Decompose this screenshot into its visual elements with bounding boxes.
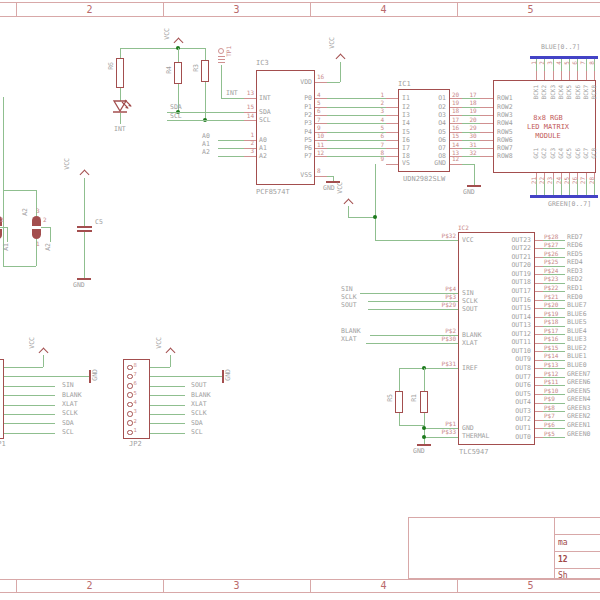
pin-name-row: I7 xyxy=(402,144,422,152)
pin-name: P0 xyxy=(304,95,312,102)
wire xyxy=(366,343,458,344)
pin-stub xyxy=(315,176,327,177)
pin-number: P$15 xyxy=(544,345,558,351)
frame-bottom-outer xyxy=(0,592,600,593)
pin-name-row: OUT19 xyxy=(495,270,531,279)
junction xyxy=(373,215,377,219)
wire xyxy=(4,405,55,406)
pin-number: 17 xyxy=(452,117,459,123)
pin-number: 2 xyxy=(43,217,47,223)
r3-label: R3 xyxy=(193,64,200,72)
testpoint-hatch xyxy=(218,62,225,63)
wire xyxy=(221,65,222,98)
pin-stub xyxy=(315,82,327,83)
pin-column: 2 xyxy=(541,56,549,80)
pin-name-row: O2 xyxy=(424,103,446,111)
pin-name: P4 xyxy=(304,129,312,136)
pad-row: 4 xyxy=(127,401,147,410)
wire xyxy=(4,433,55,434)
pin-name-row: OUT17 xyxy=(495,287,531,296)
pin-number: 25 xyxy=(564,177,570,184)
pin-column: 6 xyxy=(574,56,582,80)
vcc-label: VCC xyxy=(329,37,336,49)
net-label: GREEN3 xyxy=(567,405,590,412)
jumper-a2-ref: A2 xyxy=(22,208,29,216)
wire xyxy=(360,293,458,294)
pin-number: P$14 xyxy=(544,353,558,359)
pin-name: BCK6 xyxy=(575,85,581,99)
junction xyxy=(422,426,426,430)
pin-name-vs: VS xyxy=(402,160,410,167)
gnd-symbol xyxy=(467,185,481,187)
ic2-out-wires: P$28 RED7 P$27 RED6 P$26 RED5 P$25 RED4 … xyxy=(535,236,600,442)
ic3-ic1-wires: 4 1 5 2 6 3 7 4 9 5 10 6 11 7 xyxy=(315,94,398,161)
pin-name: OUT0 xyxy=(515,434,531,441)
pin-number: 28 xyxy=(589,177,595,184)
pin-stub xyxy=(535,300,543,301)
pin-stub xyxy=(480,156,493,157)
pin-number: 14 xyxy=(452,142,459,148)
frame-column-number: 3 xyxy=(163,581,310,591)
wire xyxy=(424,428,459,429)
ic1-ref: IC1 xyxy=(398,81,411,88)
title-block-name: ma xyxy=(558,539,568,547)
pin-name: SIN xyxy=(462,290,474,297)
pin-name-row: P6 xyxy=(294,144,312,152)
wire xyxy=(41,227,50,228)
pin-name-row: O4 xyxy=(424,119,446,127)
wire-row: 5 2 xyxy=(315,103,398,111)
net-label: RED1 xyxy=(567,285,583,292)
ic3-port-names: P0P1P2P3P4P5P6P7 xyxy=(294,94,312,161)
pin-number: 3 xyxy=(234,148,254,154)
pin-stub xyxy=(544,71,545,80)
pin-name: GC2 xyxy=(541,148,547,159)
ic3-value: PCF8574T xyxy=(256,189,290,196)
wire xyxy=(150,386,185,387)
pin-number: 1 xyxy=(531,61,537,65)
net-label: SDA xyxy=(191,420,203,427)
pin-name-row: P2 xyxy=(294,111,312,119)
net-label: GREEN2 xyxy=(567,413,590,420)
pin-name: VCC xyxy=(462,237,474,244)
pin-name: OUT6 xyxy=(515,382,531,389)
pin-number: 17 xyxy=(470,92,477,98)
pin-number: P$9 xyxy=(544,396,555,402)
pin-name: GC6 xyxy=(575,148,581,159)
pin-number: 32 xyxy=(470,150,477,156)
pin-name: OUT4 xyxy=(515,399,531,406)
pin-name-gnd: GND xyxy=(428,160,446,167)
pin-name-row: P4 xyxy=(294,128,312,136)
wire xyxy=(462,164,474,165)
net-label: BLUE6 xyxy=(567,311,587,318)
pin-name: ROW8 xyxy=(497,153,513,160)
net-label: RED3 xyxy=(567,268,583,275)
ic3-ref: IC3 xyxy=(256,60,269,67)
wire xyxy=(218,156,244,157)
wire xyxy=(4,386,55,387)
wire xyxy=(462,156,480,157)
pin-name: SDA xyxy=(259,109,271,116)
net-label: SOUT xyxy=(341,302,357,309)
solder-jumper-pad xyxy=(0,229,2,239)
pin-number: 7 xyxy=(380,142,384,148)
pin-stub xyxy=(244,156,256,157)
pin-name: O3 xyxy=(438,112,446,119)
pin-name: OUT10 xyxy=(511,348,531,355)
solder-jumper-pad xyxy=(32,216,41,226)
frame-column-number: 4 xyxy=(310,5,457,15)
pin-name: OUT21 xyxy=(511,254,531,261)
pin-stub xyxy=(535,420,543,421)
matrix-bottom-pin-names: GC1GC2GC3GC4GC5GC6GC7GC8 xyxy=(533,148,599,168)
wire-row: P$5 GREEN0 xyxy=(535,433,600,442)
wire xyxy=(4,423,55,424)
title-block-line xyxy=(554,534,600,535)
pin-number: 10 xyxy=(317,133,324,139)
wire-row: SCL xyxy=(150,428,235,437)
pad-row: 2 xyxy=(127,419,147,428)
net-label: RED7 xyxy=(567,234,583,241)
wire-row: 7 4 xyxy=(315,119,398,127)
pin-name: GC3 xyxy=(550,148,556,159)
pin-number: 2 xyxy=(234,140,254,146)
pin-number: P$32 xyxy=(426,233,456,239)
pin-number: 8 xyxy=(134,363,137,369)
